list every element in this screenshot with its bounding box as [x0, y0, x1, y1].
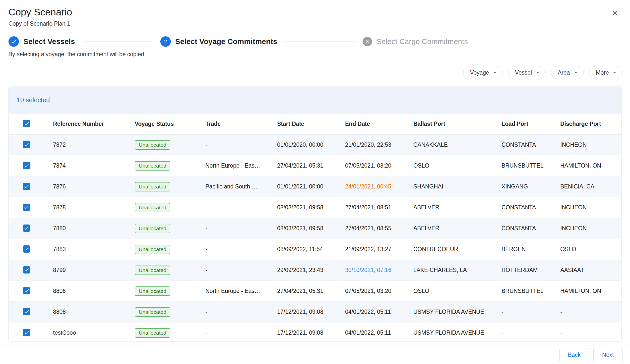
reference-number-cell: 7874 [53, 162, 135, 169]
table-header-row: Reference Number Voyage Status Trade Sta… [9, 114, 621, 135]
voyage-status-cell: Unallocated [135, 328, 206, 338]
start-date-cell: 27/04/2021, 05:31 [277, 288, 345, 294]
voyage-filter-label: Voyage [470, 69, 489, 76]
discharge-port-cell: INCHEON [560, 142, 621, 148]
column-header-load-port: Load Port [502, 121, 560, 127]
trade-cell: Pacific and South … [206, 183, 277, 190]
dialog-footer: Back Next [0, 346, 630, 364]
end-date-cell: 30/10/2021, 07:16 [345, 267, 413, 273]
page-title: Copy Scenario [8, 6, 72, 18]
table-row[interactable]: 7874 Unallocated North Europe - Eas… 27/… [9, 155, 621, 176]
column-header-reference-number: Reference Number [53, 121, 135, 127]
discharge-port-cell: HAMILTON, ON [560, 162, 621, 169]
vessel-filter-label: Vessel [515, 69, 532, 76]
row-checkbox[interactable] [23, 329, 30, 336]
close-icon[interactable] [609, 7, 621, 20]
start-date-cell: 29/09/2021, 23:43 [277, 267, 345, 273]
step-select-cargo-commitments[interactable]: 3 Select Cargo Commitments [362, 37, 468, 46]
table-row[interactable]: 8806 Unallocated North Europe - Eas… 27/… [9, 281, 621, 302]
discharge-port-cell: BENICIA, CA [560, 183, 621, 190]
row-checkbox[interactable] [23, 308, 30, 315]
row-checkbox[interactable] [23, 287, 30, 294]
reference-number-cell: 8799 [53, 267, 135, 273]
step-connector [82, 41, 154, 42]
end-date-cell: 21/09/2022, 13:27 [345, 246, 413, 253]
start-date-cell: 08/03/2021, 09:58 [277, 225, 345, 232]
row-checkbox[interactable] [23, 141, 30, 148]
voyage-status-cell: Unallocated [135, 286, 206, 296]
table-row[interactable]: 7872 Unallocated - 01/01/2020, 00:00 21/… [9, 135, 621, 155]
trade-cell: - [206, 225, 277, 232]
area-filter-label: Area [558, 69, 570, 76]
load-port-cell: ROTTERDAM [502, 267, 560, 273]
step-select-vessels[interactable]: Select Vessels [8, 36, 75, 47]
row-checkbox[interactable] [23, 183, 30, 190]
selection-toolbar: 10 selected [9, 86, 621, 114]
table-row[interactable]: testCooo Unallocated - 17/12/2021, 09:08… [9, 323, 621, 341]
next-button[interactable]: Next [594, 348, 622, 362]
ballast-port-cell: CONTRECOEUR [413, 246, 502, 253]
column-header-trade: Trade [206, 121, 277, 127]
voyage-status-cell: Unallocated [135, 307, 206, 317]
trade-cell: North Europe - Eas… [206, 162, 277, 169]
reference-number-cell: testCooo [53, 330, 135, 336]
voyage-filter-button[interactable]: Voyage [463, 66, 503, 79]
status-badge: Unallocated [135, 182, 170, 191]
ballast-port-cell: SHANGHAI [413, 183, 502, 190]
step-select-voyage-commitments[interactable]: 2 Select Voyage Commitments [160, 36, 278, 47]
column-header-ballast-port: Ballast Port [413, 121, 502, 127]
trade-cell: - [206, 267, 277, 273]
area-filter-button[interactable]: Area [551, 66, 584, 79]
reference-number-cell: 7883 [53, 246, 135, 253]
reference-number-cell: 7880 [53, 225, 135, 232]
row-checkbox[interactable] [23, 224, 30, 232]
end-date-cell: 21/01/2020, 22:53 [345, 142, 413, 148]
end-date-cell: 27/04/2021, 08:51 [345, 204, 413, 211]
start-date-cell: 01/01/2020, 00:00 [277, 142, 345, 148]
end-date-cell: 04/01/2022, 05:11 [345, 330, 413, 336]
trade-cell: - [206, 204, 277, 211]
row-checkbox[interactable] [23, 266, 30, 273]
start-date-cell: 17/12/2021, 09:08 [277, 330, 345, 336]
load-port-cell: BERGEN [502, 246, 560, 253]
step-1-completed-check-icon [8, 36, 19, 47]
status-badge: Unallocated [135, 328, 170, 338]
table-row[interactable]: 8799 Unallocated - 29/09/2021, 23:43 30/… [9, 260, 621, 281]
load-port-cell: - [502, 330, 560, 336]
table-row[interactable]: 7880 Unallocated - 08/03/2021, 09:58 27/… [9, 218, 621, 239]
voyage-status-cell: Unallocated [135, 245, 206, 254]
ballast-port-cell: USMSY FLORIDA AVENUE [413, 330, 502, 336]
reference-number-cell: 7872 [53, 142, 135, 148]
table-row[interactable]: 7876 Unallocated Pacific and South … 01/… [9, 176, 621, 197]
copy-scenario-dialog: Copy Scenario Copy of Scenario Plan 1 Se… [0, 0, 630, 364]
row-checkbox[interactable] [23, 204, 30, 211]
status-badge: Unallocated [135, 307, 170, 317]
end-date-cell: 07/05/2021, 03:20 [345, 288, 413, 294]
load-port-cell: XINGANG [502, 183, 560, 190]
more-filter-button[interactable]: More [589, 66, 622, 79]
discharge-port-cell: AASIAAT [560, 267, 621, 273]
voyage-status-cell: Unallocated [135, 224, 206, 233]
helper-text: By selecting a voyage, the commitment wi… [8, 51, 630, 58]
row-checkbox[interactable] [23, 162, 30, 169]
table-row[interactable]: 7883 Unallocated - 08/09/2022, 11:54 21/… [9, 239, 621, 260]
vessel-filter-button[interactable]: Vessel [508, 66, 546, 79]
back-button[interactable]: Back [559, 348, 590, 362]
more-filter-label: More [596, 69, 609, 76]
chevron-down-icon [534, 69, 541, 76]
step-1-label: Select Vessels [24, 37, 75, 46]
trade-cell: - [206, 309, 277, 315]
status-badge: Unallocated [135, 224, 170, 233]
dialog-subtitle: Copy of Scenario Plan 1 [8, 20, 72, 27]
ballast-port-cell: OSLO [413, 162, 502, 169]
status-badge: Unallocated [135, 140, 170, 150]
ballast-port-cell: CANAKKALE [413, 142, 502, 148]
table-body: 7872 Unallocated - 01/01/2020, 00:00 21/… [9, 135, 621, 341]
step-2-number-badge: 2 [160, 36, 171, 47]
table-row[interactable]: 7878 Unallocated - 08/03/2021, 09:58 27/… [9, 197, 621, 218]
step-3-label: Select Cargo Commitments [376, 37, 468, 46]
filter-bar: Voyage Vessel Area More [0, 66, 622, 79]
row-checkbox[interactable] [23, 245, 30, 253]
select-all-checkbox[interactable] [23, 120, 30, 127]
table-row[interactable]: 8808 Unallocated - 17/12/2021, 09:08 04/… [9, 302, 621, 323]
